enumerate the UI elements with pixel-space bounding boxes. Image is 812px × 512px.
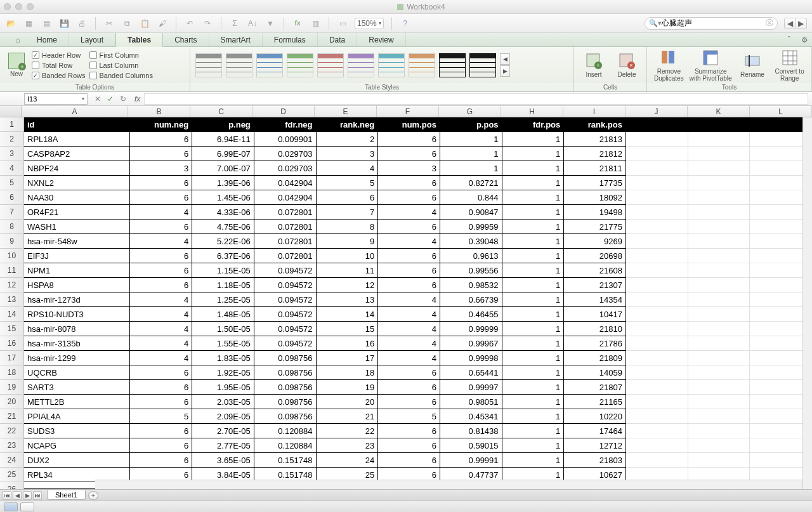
- row-header[interactable]: 12: [0, 278, 23, 292]
- data-cell[interactable]: 18092: [564, 190, 626, 205]
- row-header[interactable]: 2: [0, 132, 23, 147]
- clear-search-icon[interactable]: ⓧ: [766, 18, 773, 29]
- data-cell[interactable]: 4: [378, 336, 440, 351]
- new-icon[interactable]: ▦: [23, 18, 34, 29]
- data-cell[interactable]: 6: [130, 395, 192, 409]
- data-cell[interactable]: 0.120884: [254, 424, 317, 438]
- data-cell[interactable]: 0.072801: [254, 220, 317, 234]
- row-header[interactable]: 22: [0, 424, 23, 438]
- table-style-swatch[interactable]: [287, 53, 313, 77]
- column-header[interactable]: A: [22, 106, 128, 117]
- row-header[interactable]: 15: [0, 322, 23, 336]
- data-cell[interactable]: 21: [317, 409, 379, 424]
- data-cell[interactable]: 4: [317, 161, 379, 176]
- next-sheet-icon[interactable]: ▶: [23, 491, 32, 500]
- empty-cell[interactable]: [626, 234, 688, 249]
- data-cell[interactable]: 1: [502, 336, 565, 351]
- data-cell[interactable]: 1: [502, 424, 565, 438]
- data-cell[interactable]: hsa-mir-1299: [24, 351, 130, 365]
- redo-icon[interactable]: ↷: [202, 18, 213, 29]
- data-cell[interactable]: 6: [130, 380, 192, 395]
- empty-cell[interactable]: [688, 424, 750, 438]
- last-column-checkbox[interactable]: [89, 62, 97, 69]
- empty-cell[interactable]: [688, 365, 750, 380]
- data-cell[interactable]: 1.25E-05: [192, 292, 254, 307]
- empty-cell[interactable]: [626, 117, 688, 132]
- data-cell[interactable]: 14354: [564, 292, 626, 307]
- data-cell[interactable]: 4: [378, 292, 440, 307]
- data-cell[interactable]: PPIAL4A: [24, 409, 130, 424]
- data-cell[interactable]: 6: [378, 263, 440, 278]
- table-style-swatch[interactable]: [469, 53, 496, 77]
- data-cell[interactable]: 1: [502, 292, 565, 307]
- data-cell[interactable]: 21165: [564, 395, 626, 409]
- data-cell[interactable]: 0.098756: [254, 395, 317, 409]
- empty-cell[interactable]: [626, 220, 688, 234]
- data-cell[interactable]: 1: [502, 278, 565, 292]
- column-header[interactable]: F: [377, 106, 439, 117]
- data-cell[interactable]: 6: [378, 438, 440, 453]
- rename-button[interactable]: Rename: [736, 52, 769, 78]
- data-cell[interactable]: 15: [317, 322, 379, 336]
- search-box[interactable]: 🔍▾ ⓧ: [645, 17, 778, 30]
- cell-grid[interactable]: idnum.negp.negfdr.negrank.negnum.posp.po…: [24, 117, 812, 489]
- data-cell[interactable]: 12712: [564, 438, 626, 453]
- empty-cell[interactable]: [626, 176, 688, 190]
- empty-cell[interactable]: [688, 395, 750, 409]
- data-cell[interactable]: 0.99556: [440, 263, 502, 278]
- column-header[interactable]: K: [688, 106, 750, 117]
- data-cell[interactable]: 1.39E-06: [192, 176, 254, 190]
- data-cell[interactable]: 4: [130, 307, 192, 322]
- empty-cell[interactable]: [626, 263, 688, 278]
- data-cell[interactable]: 7.00E-07: [192, 161, 254, 176]
- data-cell[interactable]: 21807: [564, 380, 626, 395]
- data-cell[interactable]: 6: [130, 263, 192, 278]
- data-cell[interactable]: SUDS3: [24, 424, 130, 438]
- sheet-tab[interactable]: Sheet1: [47, 490, 86, 500]
- data-cell[interactable]: 0.151748: [254, 453, 317, 468]
- data-cell[interactable]: 21811: [564, 161, 626, 176]
- empty-cell[interactable]: [688, 292, 750, 307]
- show-hide-icon[interactable]: ▭: [337, 18, 348, 29]
- data-cell[interactable]: 0.65441: [440, 365, 502, 380]
- data-cell[interactable]: 18: [317, 365, 379, 380]
- data-cell[interactable]: 22: [317, 424, 379, 438]
- data-cell[interactable]: 24: [317, 453, 379, 468]
- empty-cell[interactable]: [688, 409, 750, 424]
- data-cell[interactable]: 6.94E-11: [192, 132, 254, 147]
- data-cell[interactable]: 6: [378, 380, 440, 395]
- empty-cell[interactable]: [626, 161, 688, 176]
- data-cell[interactable]: 1: [502, 438, 565, 453]
- data-cell[interactable]: 7: [317, 205, 379, 220]
- vertical-scrollbar[interactable]: [802, 106, 812, 489]
- data-cell[interactable]: DUX2: [24, 453, 130, 468]
- column-header[interactable]: J: [625, 106, 688, 117]
- table-header-cell[interactable]: p.neg: [192, 117, 254, 132]
- copy-icon[interactable]: ⧉: [121, 18, 133, 29]
- empty-cell[interactable]: [688, 190, 750, 205]
- data-cell[interactable]: 0.042904: [254, 176, 317, 190]
- data-cell[interactable]: 2.09E-05: [192, 409, 254, 424]
- table-style-swatch[interactable]: [409, 53, 435, 77]
- data-cell[interactable]: 0.66739: [440, 292, 502, 307]
- empty-cell[interactable]: [688, 205, 750, 220]
- empty-cell[interactable]: [626, 322, 688, 336]
- ribbon-settings-icon[interactable]: ⚙: [797, 33, 812, 46]
- data-cell[interactable]: 1: [502, 263, 565, 278]
- data-cell[interactable]: 6: [130, 278, 192, 292]
- data-cell[interactable]: 4.75E-06: [192, 220, 254, 234]
- data-cell[interactable]: 6: [317, 190, 379, 205]
- collapse-ribbon-icon[interactable]: ˆ: [782, 33, 797, 46]
- data-cell[interactable]: 0.094572: [254, 263, 317, 278]
- first-sheet-icon[interactable]: ⏮: [3, 491, 11, 500]
- data-cell[interactable]: 9: [317, 234, 379, 249]
- data-cell[interactable]: 21775: [564, 220, 626, 234]
- column-header[interactable]: B: [128, 106, 190, 117]
- row-header[interactable]: 19: [0, 380, 23, 395]
- data-cell[interactable]: 6: [378, 132, 440, 147]
- table-style-swatch[interactable]: [348, 53, 374, 77]
- data-cell[interactable]: 16: [317, 336, 379, 351]
- data-cell[interactable]: 1.18E-05: [192, 278, 254, 292]
- data-cell[interactable]: 1: [502, 351, 565, 365]
- data-cell[interactable]: OR4F21: [24, 205, 130, 220]
